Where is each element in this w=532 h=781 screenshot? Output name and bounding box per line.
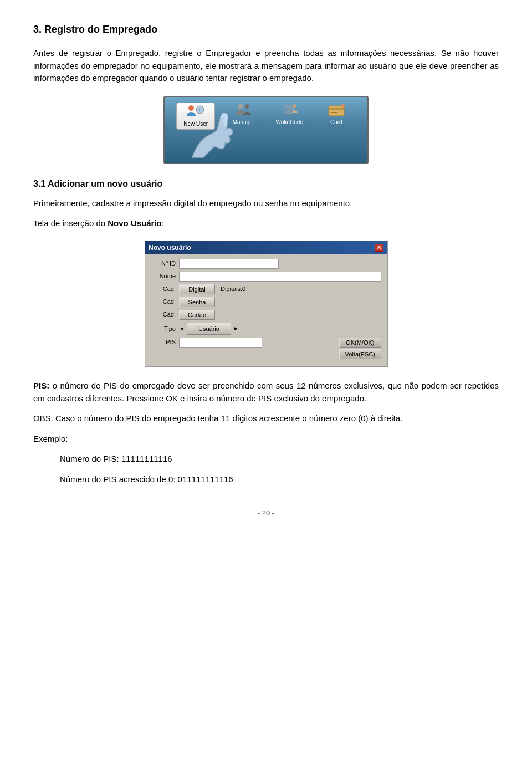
cad1-label: Cad. bbox=[151, 284, 176, 294]
pis-input[interactable] bbox=[179, 338, 262, 348]
nome-row: Nome bbox=[151, 272, 381, 282]
dialog-title: Novo usuário bbox=[149, 243, 191, 253]
card-icon bbox=[326, 103, 346, 118]
senha-button[interactable]: Senha bbox=[179, 297, 215, 307]
senha-row: Cad. Senha bbox=[151, 297, 381, 307]
menu-item-wokecode: WokeCode bbox=[270, 103, 309, 130]
section-31-para1: Primeiramente, cadastre a impressão digi… bbox=[33, 197, 499, 210]
obs-line3: Número do PIS: 11111111116 bbox=[60, 453, 499, 466]
svg-rect-11 bbox=[331, 112, 337, 113]
page-heading: 3. Registro do Empregado bbox=[33, 22, 499, 37]
cad2-label: Cad. bbox=[151, 297, 176, 307]
menu-bar: + New User Manage bbox=[163, 96, 369, 164]
svg-point-12 bbox=[341, 104, 345, 108]
pis-bold-label: PIS: bbox=[33, 381, 49, 390]
page-footer: - 20 - bbox=[33, 508, 499, 519]
page-number: - 20 - bbox=[258, 509, 274, 517]
nome-input[interactable] bbox=[179, 272, 381, 282]
menu-bar-image: + New User Manage bbox=[33, 96, 499, 164]
pis-row: PIS OK(M/OK) Volta(ESC) bbox=[151, 338, 381, 359]
svg-point-7 bbox=[288, 108, 290, 110]
menu-item-card: Card bbox=[317, 103, 356, 130]
ok-button[interactable]: OK(M/OK) bbox=[339, 338, 381, 348]
nome-label: Nome bbox=[151, 272, 176, 281]
svg-point-8 bbox=[293, 104, 296, 108]
menu-item-wokecode-label: WokeCode bbox=[276, 118, 303, 126]
menu-item-card-label: Card bbox=[330, 118, 342, 126]
dialog-body: Nº ID Nome Cad. Digital Digitais:0 Cad. … bbox=[145, 254, 387, 367]
digital-row: Cad. Digital Digitais:0 bbox=[151, 284, 381, 294]
svg-rect-10 bbox=[329, 108, 344, 110]
id-row: Nº ID bbox=[151, 259, 381, 269]
dialog-close-button[interactable]: ✕ bbox=[375, 244, 383, 252]
action-buttons: OK(M/OK) Volta(ESC) bbox=[339, 338, 381, 359]
tipo-selector: ◄ Usuário ► bbox=[179, 323, 239, 335]
obs-line1: OBS: Caso o número do PIS do empregado t… bbox=[33, 412, 499, 425]
obs-line4: Número do PIS acrescido de 0: 0111111111… bbox=[60, 473, 499, 486]
digital-button[interactable]: Digital bbox=[179, 284, 215, 294]
pis-text: o número de PIS do empregado deve ser pr… bbox=[33, 381, 499, 403]
obs-line2: Exemplo: bbox=[33, 433, 499, 446]
tela-label: Tela de inserção do Novo Usuário: bbox=[33, 217, 499, 230]
cad3-label: Cad. bbox=[151, 310, 176, 319]
tipo-label: Tipo bbox=[151, 324, 176, 334]
id-label: Nº ID bbox=[151, 259, 176, 268]
cartao-row: Cad. Cartão bbox=[151, 310, 381, 320]
dialog-titlebar: Novo usuário ✕ bbox=[145, 241, 387, 254]
volta-button[interactable]: Volta(ESC) bbox=[339, 349, 381, 359]
id-input[interactable] bbox=[179, 259, 279, 269]
tipo-left-arrow[interactable]: ◄ bbox=[179, 324, 185, 333]
tipo-right-arrow[interactable]: ► bbox=[233, 324, 239, 333]
tipo-row: Tipo ◄ Usuário ► bbox=[151, 323, 381, 335]
cartao-button[interactable]: Cartão bbox=[179, 310, 215, 320]
section-31-heading: 3.1 Adicionar um novo usuário bbox=[33, 177, 499, 191]
hand-illustration bbox=[181, 108, 248, 163]
wokecode-icon bbox=[279, 103, 299, 118]
svg-rect-9 bbox=[329, 106, 344, 116]
tipo-value: Usuário bbox=[187, 323, 231, 335]
pis-paragraph: PIS: o número de PIS do empregado deve s… bbox=[33, 380, 499, 405]
intro-paragraph: Antes de registrar o Empregado, registre… bbox=[33, 47, 499, 85]
pis-label: PIS bbox=[151, 338, 176, 347]
novo-usuario-dialog: Novo usuário ✕ Nº ID Nome Cad. Digital D… bbox=[144, 240, 388, 368]
dialog-container: Novo usuário ✕ Nº ID Nome Cad. Digital D… bbox=[33, 240, 499, 368]
digitais-count: Digitais:0 bbox=[221, 284, 245, 294]
